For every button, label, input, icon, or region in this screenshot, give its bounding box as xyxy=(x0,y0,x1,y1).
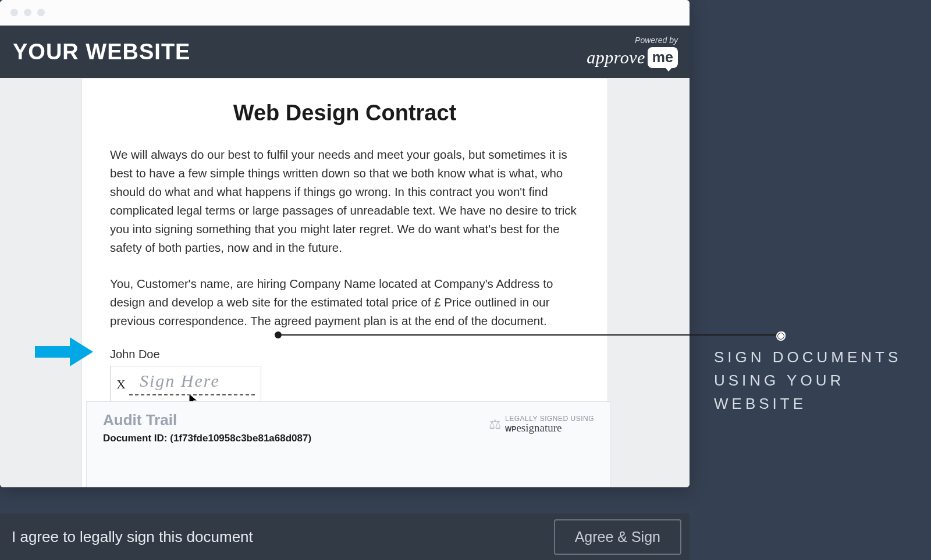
site-header: YOUR WEBSITE Powered by approve me xyxy=(0,26,690,78)
document-paragraph-2: You, Customer's name, are hiring Company… xyxy=(110,274,580,330)
powered-by: Powered by approve me xyxy=(587,35,678,68)
signer-name: John Doe xyxy=(110,348,580,361)
browser-window: YOUR WEBSITE Powered by approve me Web D… xyxy=(0,0,690,487)
logo-me-bubble-icon: me xyxy=(648,47,678,68)
agree-bar: I agree to legally sign this document Ag… xyxy=(0,513,690,560)
powered-by-label: Powered by xyxy=(635,35,678,45)
badge-wp: WP xyxy=(505,425,516,433)
window-dot-zoom-icon xyxy=(37,9,45,16)
browser-title-bar xyxy=(0,0,690,26)
document-paragraph-1: We will always do our best to fulfil you… xyxy=(110,145,580,257)
window-dot-minimize-icon xyxy=(24,9,31,16)
audit-docid-label: Document ID: xyxy=(103,433,168,444)
logo-approve-text: approve xyxy=(587,48,645,67)
annotation-connector xyxy=(278,334,782,336)
site-title: YOUR WEBSITE xyxy=(13,40,190,65)
audit-trail-title: Audit Trail xyxy=(103,411,311,429)
agree-consent-text: I agree to legally sign this document xyxy=(12,528,253,546)
signature-x-mark: X xyxy=(116,377,126,392)
window-dot-close-icon xyxy=(10,9,18,16)
audit-docid-value: (1f73fde10958c3be81a68d087) xyxy=(170,433,311,444)
document-title: Web Design Contract xyxy=(110,101,580,126)
audit-document-id: Document ID: (1f73fde10958c3be81a68d087) xyxy=(103,433,311,444)
badge-esignature: esignature xyxy=(516,422,562,434)
approveme-logo: approve me xyxy=(587,47,678,68)
legally-signed-badge: ⚖ LEGALLY SIGNED USING WPesignature xyxy=(489,415,594,434)
callout-arrow-icon xyxy=(35,337,93,366)
agree-and-sign-button[interactable]: Agree & Sign xyxy=(554,519,681,555)
scales-icon: ⚖ xyxy=(489,416,502,433)
signature-field[interactable]: X Sign Here xyxy=(110,366,261,403)
audit-trail-panel: Audit Trail Document ID: (1f73fde10958c3… xyxy=(86,401,611,487)
promo-panel: SIGN DOCUMENTS USING YOUR WEBSITE xyxy=(690,0,931,560)
signature-placeholder: Sign Here xyxy=(140,371,220,391)
promo-text: SIGN DOCUMENTS USING YOUR WEBSITE xyxy=(714,345,931,415)
